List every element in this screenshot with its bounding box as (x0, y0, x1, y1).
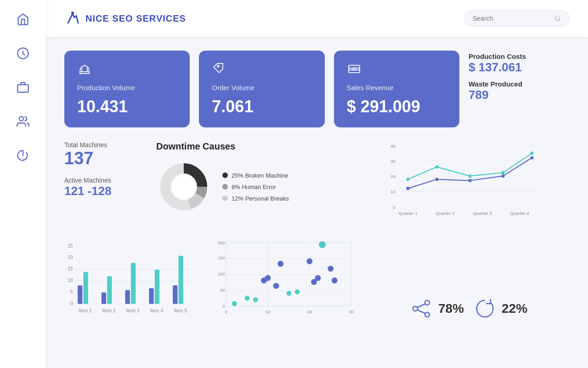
svg-point-95 (425, 300, 430, 305)
svg-point-27 (501, 174, 504, 178)
svg-point-94 (332, 277, 338, 283)
sidebar-item-briefcase[interactable] (13, 77, 33, 98)
svg-line-99 (418, 310, 425, 313)
svg-point-4 (555, 16, 560, 20)
total-machines-section: Total Machines 137 (64, 141, 142, 168)
svg-text:5: 5 (70, 289, 73, 294)
svg-rect-51 (83, 272, 88, 304)
share-icon (410, 297, 433, 320)
svg-text:25: 25 (68, 244, 73, 249)
svg-rect-50 (78, 286, 82, 304)
kpi-card-sales-revenue: Sales Revenue $ 291.009 (334, 51, 459, 127)
svg-rect-7 (349, 65, 360, 73)
svg-text:Quarter 1: Quarter 1 (398, 211, 418, 216)
kpi-side-panel: Production Costs $ 137.061 Waste Produce… (469, 51, 570, 102)
kpi-production-volume-value: 10.431 (77, 97, 177, 116)
legend-dot-2 (222, 196, 228, 201)
sidebar-item-dashboard[interactable] (13, 43, 33, 63)
metrics-panel: 78% 22% (368, 297, 570, 320)
svg-point-26 (468, 179, 471, 182)
production-costs-label: Production Costs (469, 52, 570, 60)
hands-icon (77, 62, 177, 78)
refresh-icon (473, 297, 496, 320)
share-metric: 78% (410, 297, 464, 320)
svg-point-89 (306, 259, 312, 264)
active-machines-section: Active Machines 121 -128 (64, 177, 142, 198)
svg-text:100: 100 (218, 271, 225, 276)
svg-text:30: 30 (349, 309, 354, 314)
sidebar-item-home[interactable] (13, 9, 33, 29)
logo: NICE SEO SERVICES (64, 10, 186, 27)
machines-panel: Total Machines 137 Active Machines 121 -… (64, 141, 142, 198)
svg-text:20: 20 (390, 174, 396, 179)
downtime-legend: 25% Broken Machine 8% Human Error 12% Pe… (222, 172, 289, 202)
main-content: NICE SEO SERVICES Production Volume (46, 0, 588, 368)
active-machines-label: Active Machines (64, 177, 142, 184)
search-bar[interactable] (464, 10, 570, 27)
search-icon (554, 14, 561, 23)
total-machines-label: Total Machines (64, 141, 142, 149)
svg-text:10: 10 (390, 189, 396, 194)
svg-point-32 (501, 171, 504, 174)
svg-point-92 (319, 241, 326, 248)
svg-line-98 (418, 304, 425, 307)
kpi-row: Production Volume 10.431 Order Volume 7.… (64, 51, 570, 127)
svg-point-82 (253, 297, 258, 302)
svg-point-96 (413, 306, 418, 311)
donut-row: 25% Broken Machine 8% Human Error 12% Pe… (156, 159, 340, 214)
svg-text:0: 0 (393, 205, 396, 210)
waste-produced-panel: Waste Produced 789 (469, 80, 570, 102)
svg-rect-0 (17, 85, 28, 92)
svg-point-33 (530, 152, 533, 155)
svg-text:Item 1: Item 1 (79, 309, 92, 314)
legend-label-2: 12% Personal Breaks (232, 195, 289, 202)
kpi-card-order-volume: Order Volume 7.061 (199, 51, 324, 127)
kpi-order-volume-label: Order Volume (212, 84, 311, 92)
svg-rect-59 (149, 288, 153, 304)
middle-row: Total Machines 137 Active Machines 121 -… (64, 141, 570, 226)
svg-text:Item 2: Item 2 (102, 309, 116, 314)
svg-text:Quarter 3: Quarter 3 (473, 211, 492, 216)
legend-item-2: 12% Personal Breaks (222, 195, 289, 202)
legend-label-1: 8% Human Error (232, 184, 276, 190)
sidebar-item-power[interactable] (13, 145, 33, 166)
svg-text:Item 4: Item 4 (150, 309, 164, 314)
svg-point-3 (71, 12, 74, 14)
svg-point-29 (406, 178, 409, 181)
svg-rect-63 (179, 256, 183, 304)
kpi-sales-revenue-label: Sales Revenue (347, 84, 447, 92)
svg-point-30 (435, 165, 438, 168)
header: NICE SEO SERVICES (46, 0, 588, 37)
legend-dot-1 (222, 184, 228, 190)
svg-point-80 (232, 301, 237, 306)
svg-point-84 (265, 275, 271, 281)
share-metric-value: 78% (438, 301, 464, 316)
production-costs-value: $ 137.061 (469, 60, 570, 75)
kpi-order-volume-value: 7.061 (212, 97, 311, 116)
legend-label-0: 25% Broken Machine (232, 172, 288, 179)
svg-point-93 (328, 266, 334, 272)
svg-text:Quarter 2: Quarter 2 (435, 211, 455, 216)
svg-text:30: 30 (390, 159, 396, 164)
bottom-row: 25 20 15 10 5 0 Item 1 (64, 240, 570, 320)
svg-text:150: 150 (218, 255, 225, 260)
legend-item-1: 8% Human Error (222, 184, 289, 190)
line-chart: 40 30 20 10 0 (354, 141, 570, 224)
svg-text:Item 5: Item 5 (174, 309, 187, 314)
svg-text:Quarter 4: Quarter 4 (510, 211, 529, 216)
waste-produced-label: Waste Produced (469, 80, 570, 88)
svg-point-31 (468, 174, 471, 178)
search-input[interactable] (473, 15, 551, 22)
svg-point-8 (353, 68, 356, 70)
svg-rect-60 (155, 270, 159, 304)
tag-icon (212, 62, 311, 78)
svg-line-5 (559, 20, 560, 21)
svg-text:20: 20 (307, 309, 312, 314)
scatter-chart: 0 50 100 150 250 0 10 20 30 (211, 240, 354, 318)
svg-point-25 (435, 178, 438, 181)
downtime-panel: Downtime Causes (156, 141, 340, 214)
legend-item-0: 25% Broken Machine (222, 172, 289, 179)
downtime-title: Downtime Causes (156, 141, 340, 152)
sidebar-item-users[interactable] (13, 111, 33, 132)
bar-chart-panel: 25 20 15 10 5 0 Item 1 (64, 242, 198, 320)
